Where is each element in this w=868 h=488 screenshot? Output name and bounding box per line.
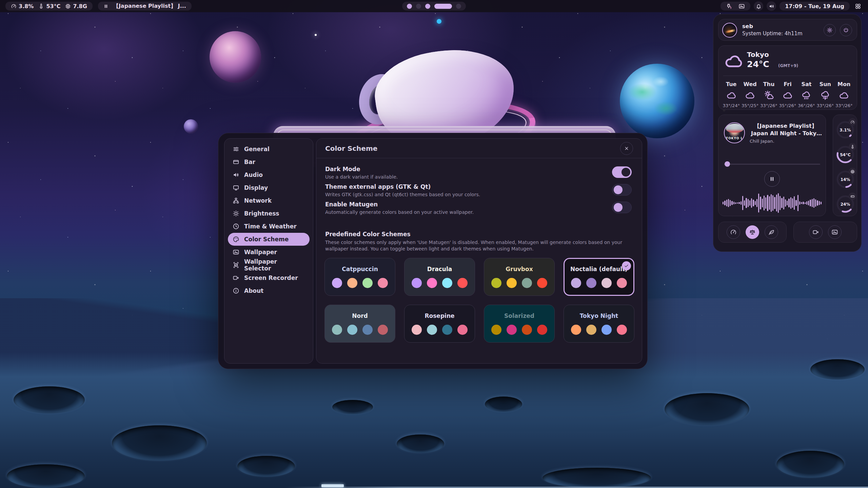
quick-action-image-button[interactable] — [828, 225, 842, 239]
forecast-temps: 33°/24° — [723, 103, 739, 108]
viz-bar — [821, 202, 822, 204]
scheme-card-noctalia-default-[interactable]: Noctalia (default) — [564, 258, 634, 296]
bottom-light — [321, 484, 344, 487]
crater — [485, 396, 522, 412]
sidebar-item-general[interactable]: General — [228, 143, 310, 156]
power-icon — [843, 27, 849, 33]
media-pill-label: 【Japanese Playlist】 J... — [113, 3, 186, 10]
workspace-dot-3[interactable] — [425, 4, 430, 9]
sidebar-item-screen-recorder[interactable]: Screen Recorder — [228, 271, 310, 284]
viz-bar — [795, 200, 796, 206]
app-grid-button[interactable] — [853, 1, 863, 11]
power-profile-gauge-button[interactable] — [727, 225, 740, 239]
gauge-chip: 14% — [835, 168, 855, 190]
wallpaper-tray-icon[interactable] — [738, 3, 745, 9]
viz-bar — [771, 194, 772, 212]
media-progress-knob[interactable] — [725, 161, 730, 167]
viz-bar — [741, 201, 742, 205]
workspace-dot-4[interactable] — [434, 4, 452, 9]
scheme-card-dracula[interactable]: Dracula — [404, 258, 475, 296]
pause-icon — [103, 4, 108, 9]
toggle-switch[interactable] — [612, 184, 632, 196]
network-tray-icon[interactable] — [726, 3, 732, 9]
crater — [397, 434, 444, 453]
system-stats-pill[interactable]: 3.8% 53°C 7.8G — [5, 2, 93, 11]
weather-temp: 24°C — [747, 59, 769, 69]
panel-title: Color Scheme — [325, 144, 377, 152]
thermometer-icon — [38, 3, 44, 9]
system-gauges-card: 3.1% 54°C 14% 24% — [833, 115, 857, 216]
toggle-switch[interactable] — [612, 166, 632, 178]
setting-description: Writes GTK (gtk.css) and Qt (qt6ct) them… — [325, 192, 633, 197]
workspace-dot-1[interactable] — [407, 4, 412, 9]
notifications-button[interactable] — [754, 1, 763, 11]
small-planet — [184, 119, 198, 134]
sidebar-item-time-weather[interactable]: Time & Weather — [228, 220, 310, 233]
scheme-card-solarized[interactable]: Solarized — [484, 305, 555, 343]
scheme-swatches — [412, 325, 468, 335]
clock-pill[interactable]: 17:09 - Tue, 19 Aug — [780, 2, 850, 11]
viz-bar — [769, 196, 770, 210]
viz-bar — [797, 195, 798, 211]
sidebar-item-color-scheme[interactable]: Color Scheme — [228, 233, 310, 246]
scheme-card-rosepine[interactable]: Rosepine — [404, 305, 475, 343]
viz-bar — [781, 198, 782, 208]
sidebar-item-wallpaper[interactable]: Wallpaper — [228, 246, 310, 259]
viz-bar — [803, 202, 804, 204]
toggle-switch[interactable] — [612, 202, 632, 213]
gauge-value: 54°C — [835, 152, 855, 157]
power-profile-scales-button[interactable] — [746, 225, 759, 239]
power-button[interactable] — [840, 24, 852, 36]
color-swatch — [537, 325, 547, 335]
gauge-icon — [850, 120, 855, 124]
sidebar-item-about[interactable]: About — [228, 284, 310, 297]
scheme-card-catppuccin[interactable]: Catppuccin — [324, 258, 395, 296]
viz-bar — [799, 201, 800, 205]
workspace-dot-5[interactable] — [456, 4, 461, 9]
color-swatch — [362, 278, 373, 288]
settings-button[interactable] — [824, 24, 836, 36]
cloud-icon — [839, 90, 849, 100]
scheme-card-nord[interactable]: Nord — [324, 305, 395, 343]
tray-pill[interactable] — [721, 2, 750, 11]
network-icon — [233, 197, 239, 204]
workspace-indicator[interactable] — [402, 2, 466, 11]
viz-bar — [817, 200, 818, 206]
forecast-day-name: Sat — [801, 81, 811, 87]
sidebar-item-audio[interactable]: Audio — [228, 168, 310, 181]
user-card: seb System Uptime: 4h11m — [718, 19, 857, 41]
sidebar-item-network[interactable]: Network — [228, 194, 310, 207]
scheme-card-tokyo-night[interactable]: Tokyo Night — [564, 305, 634, 343]
media-pill[interactable]: 【Japanese Playlist】 J... — [98, 2, 192, 11]
power-profile-leaf-button[interactable] — [765, 225, 778, 239]
volume-button[interactable] — [767, 1, 776, 11]
viz-bar — [730, 200, 731, 206]
quick-action-video-button[interactable] — [809, 225, 823, 239]
sidebar-item-label: Wallpaper Selector — [244, 258, 305, 272]
sidebar-item-bar[interactable]: Bar — [228, 156, 310, 168]
media-pause-button[interactable] — [764, 171, 780, 187]
scheme-name: Noctalia (default) — [570, 266, 628, 272]
viz-bar — [762, 199, 763, 207]
viz-bar — [726, 200, 727, 206]
scheme-card-gruvbox[interactable]: Gruvbox — [484, 258, 555, 296]
sidebar-item-label: Screen Recorder — [244, 274, 298, 281]
forecast-day-name: Mon — [837, 81, 850, 87]
viz-bar — [748, 199, 749, 207]
sidebar-item-display[interactable]: Display — [228, 181, 310, 194]
memory-usage: 7.8G — [73, 3, 87, 9]
sidebar-item-brightness[interactable]: Brightness — [228, 207, 310, 220]
sidebar-item-wallpaper-selector[interactable]: Wallpaper Selector — [228, 259, 310, 271]
scheme-swatches — [412, 278, 468, 288]
sidebar-item-label: Color Scheme — [244, 236, 289, 243]
workspace-dot-2[interactable] — [416, 4, 421, 9]
leaf-icon — [768, 229, 775, 236]
close-button[interactable] — [620, 142, 633, 155]
viz-bar — [758, 194, 759, 212]
media-progress-track[interactable] — [724, 164, 820, 165]
volume-icon — [769, 3, 774, 9]
media-player-card: TOKYO L 【Japanese Playlist】 Japan All Ni… — [718, 115, 826, 216]
color-swatch — [362, 325, 373, 335]
viz-bar — [735, 202, 736, 204]
viz-bar — [767, 195, 768, 211]
